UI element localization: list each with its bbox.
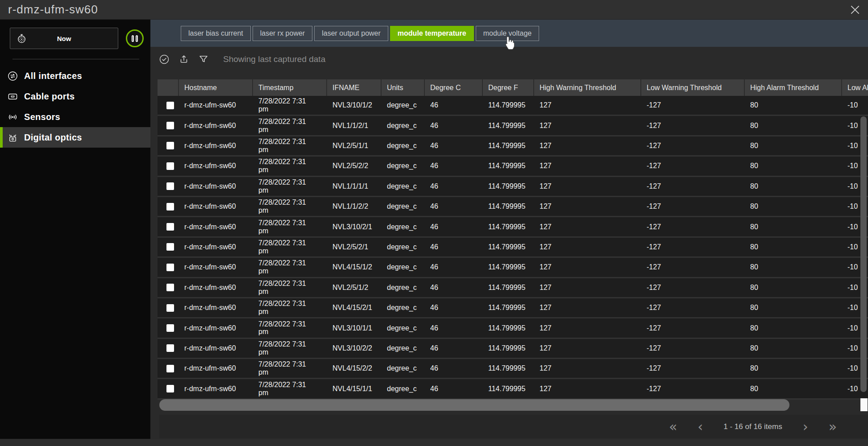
- row-checkbox[interactable]: [166, 223, 174, 231]
- cell-timestamp: 7/28/2022 7:31 pm: [253, 238, 327, 256]
- cell-hostname: r-dmz-ufm-sw60: [179, 238, 253, 256]
- cell-ifname: NVL4/15/2/1: [327, 298, 382, 317]
- row-checkbox[interactable]: [166, 264, 174, 271]
- cell-units: degree_c: [382, 359, 425, 378]
- sidebar-nav: All interfaces Cable ports: [0, 66, 150, 148]
- cell-high-alarm-threshold: 80: [745, 197, 842, 216]
- sidebar-item-digital-optics[interactable]: Digital optics: [0, 127, 150, 148]
- tab-laser-output-power[interactable]: laser output power: [314, 26, 388, 41]
- row-checkbox[interactable]: [166, 344, 174, 352]
- table-row[interactable]: r-dmz-ufm-sw60 7/28/2022 7:31 pm NVL4/15…: [158, 258, 868, 278]
- tab-module-temperature[interactable]: module temperature: [390, 26, 474, 41]
- sidebar-item-label: Sensors: [24, 112, 60, 122]
- cell-high-alarm-threshold: 80: [745, 359, 842, 378]
- row-checkbox[interactable]: [166, 122, 174, 129]
- export-button[interactable]: [179, 54, 189, 65]
- table-row[interactable]: r-dmz-ufm-sw60 7/28/2022 7:31 pm NVL2/5/…: [158, 136, 868, 157]
- row-checkbox[interactable]: [166, 102, 174, 109]
- table-row[interactable]: r-dmz-ufm-sw60 7/28/2022 7:31 pm NVL3/10…: [158, 339, 868, 359]
- sidebar-item-cable-ports[interactable]: Cable ports: [0, 86, 150, 107]
- header-hostname[interactable]: Hostname: [179, 79, 253, 96]
- cell-low-warning-threshold: -127: [641, 177, 745, 196]
- tab-laser-bias-current[interactable]: laser bias current: [181, 26, 251, 41]
- row-checkbox[interactable]: [166, 324, 174, 332]
- cell-high-alarm-threshold: 80: [745, 298, 842, 317]
- row-checkbox[interactable]: [166, 304, 174, 312]
- tab-module-voltage[interactable]: module voltage: [476, 26, 540, 41]
- vertical-scrollbar[interactable]: [860, 97, 867, 419]
- cell-units: degree_c: [382, 116, 425, 135]
- table-row[interactable]: r-dmz-ufm-sw60 7/28/2022 7:31 pm NVL3/10…: [158, 318, 868, 339]
- row-checkbox[interactable]: [166, 182, 174, 190]
- cell-degree-c: 46: [425, 238, 483, 256]
- row-checkbox-cell: [158, 298, 179, 317]
- header-low-alarm-threshold[interactable]: Low Alarm Threshold: [842, 79, 868, 96]
- row-checkbox[interactable]: [166, 385, 174, 392]
- first-page-button[interactable]: «: [669, 420, 677, 434]
- table-row[interactable]: r-dmz-ufm-sw60 7/28/2022 7:31 pm NVL2/5/…: [158, 238, 868, 258]
- filter-icon: [198, 54, 209, 65]
- sidebar-item-all-interfaces[interactable]: All interfaces: [0, 66, 150, 86]
- row-checkbox[interactable]: [166, 162, 174, 170]
- table-row[interactable]: r-dmz-ufm-sw60 7/28/2022 7:31 pm NVL2/5/…: [158, 157, 868, 177]
- table-row[interactable]: r-dmz-ufm-sw60 7/28/2022 7:31 pm NVL1/1/…: [158, 197, 868, 217]
- header-degree-c[interactable]: Degree C: [425, 79, 483, 96]
- header-degree-f[interactable]: Degree F: [483, 79, 534, 96]
- cell-degree-c: 46: [425, 157, 483, 175]
- header-high-alarm-threshold[interactable]: High Alarm Threshold: [745, 79, 842, 96]
- pause-button[interactable]: [126, 29, 144, 47]
- cell-degree-f: 114.799995: [483, 278, 534, 297]
- table-row[interactable]: r-dmz-ufm-sw60 7/28/2022 7:31 pm NVL3/10…: [158, 217, 868, 237]
- pagination-bar: « ‹ 1 - 16 of 16 items › »: [159, 415, 868, 438]
- cell-high-warning-threshold: 127: [534, 339, 641, 358]
- cell-high-alarm-threshold: 80: [745, 278, 842, 297]
- table-row[interactable]: r-dmz-ufm-sw60 7/28/2022 7:31 pm NVL1/1/…: [158, 116, 868, 136]
- row-checkbox-cell: [158, 157, 179, 175]
- now-button[interactable]: Now: [10, 28, 118, 49]
- cell-high-warning-threshold: 127: [534, 157, 641, 175]
- table-row[interactable]: r-dmz-ufm-sw60 7/28/2022 7:31 pm NVL4/15…: [158, 298, 868, 318]
- tab-laser-rx-power[interactable]: laser rx power: [253, 26, 312, 41]
- last-page-button[interactable]: »: [829, 420, 837, 434]
- cell-degree-f: 114.799995: [483, 339, 534, 358]
- horizontal-scrollbar[interactable]: [158, 399, 868, 411]
- row-checkbox[interactable]: [166, 142, 174, 149]
- check-circle-icon: [159, 54, 170, 65]
- filter-button[interactable]: [198, 54, 209, 65]
- row-checkbox-cell: [158, 278, 179, 297]
- row-checkbox[interactable]: [166, 203, 174, 211]
- table-row[interactable]: r-dmz-ufm-sw60 7/28/2022 7:31 pm NVL4/15…: [158, 379, 868, 399]
- cell-low-warning-threshold: -127: [641, 96, 745, 115]
- header-timestamp[interactable]: Timestamp: [253, 79, 327, 96]
- sidebar-item-sensors[interactable]: Sensors: [0, 107, 150, 127]
- select-all-button[interactable]: [159, 54, 170, 65]
- vertical-scrollbar-thumb[interactable]: [860, 116, 867, 392]
- next-page-button[interactable]: ›: [803, 420, 808, 434]
- cell-degree-c: 46: [425, 197, 483, 216]
- horizontal-scrollbar-thumb[interactable]: [159, 399, 789, 411]
- window-title: r-dmz-ufm-sw60: [8, 3, 98, 17]
- header-units[interactable]: Units: [382, 79, 425, 96]
- row-checkbox[interactable]: [166, 243, 174, 251]
- table-row[interactable]: r-dmz-ufm-sw60 7/28/2022 7:31 pm NVL1/1/…: [158, 177, 868, 197]
- cell-timestamp: 7/28/2022 7:31 pm: [253, 116, 327, 135]
- cell-timestamp: 7/28/2022 7:31 pm: [253, 157, 327, 175]
- sidebar-item-label: Cable ports: [24, 91, 75, 102]
- header-low-warning-threshold[interactable]: Low Warning Threshold: [641, 79, 745, 96]
- cell-hostname: r-dmz-ufm-sw60: [179, 318, 253, 337]
- prev-page-button[interactable]: ‹: [698, 420, 703, 434]
- cell-low-warning-threshold: -127: [641, 359, 745, 378]
- header-ifname[interactable]: IFNAME: [327, 79, 382, 96]
- cell-low-warning-threshold: -127: [641, 258, 745, 277]
- header-high-warning-threshold[interactable]: High Warning Threshold: [534, 79, 641, 96]
- cell-degree-c: 46: [425, 298, 483, 317]
- table-row[interactable]: r-dmz-ufm-sw60 7/28/2022 7:31 pm NVL2/5/…: [158, 278, 868, 298]
- table-row[interactable]: r-dmz-ufm-sw60 7/28/2022 7:31 pm NVL3/10…: [158, 96, 868, 116]
- row-checkbox[interactable]: [166, 365, 174, 372]
- cell-hostname: r-dmz-ufm-sw60: [179, 177, 253, 196]
- row-checkbox[interactable]: [166, 284, 174, 291]
- cell-degree-f: 114.799995: [483, 258, 534, 277]
- close-button[interactable]: [848, 3, 862, 17]
- cell-high-warning-threshold: 127: [534, 318, 641, 337]
- table-row[interactable]: r-dmz-ufm-sw60 7/28/2022 7:31 pm NVL4/15…: [158, 359, 868, 379]
